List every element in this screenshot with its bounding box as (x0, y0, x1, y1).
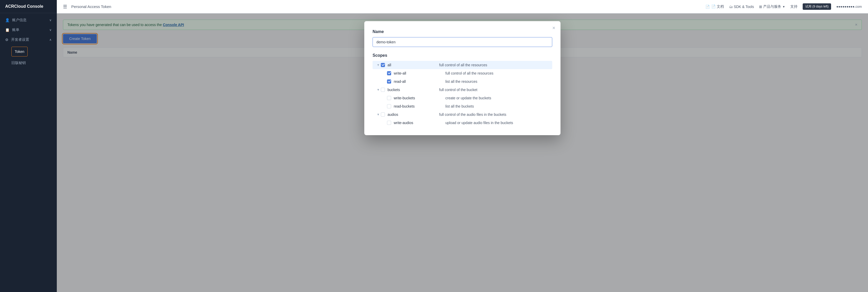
sidebar-logo: ACRCloud Console (0, 0, 57, 13)
sidebar-item-label: Token (15, 50, 24, 54)
account-icon: 👤 (5, 18, 9, 22)
chevron-up-icon: ∧ (49, 38, 52, 41)
scope-row-audios: ▼ audios full control of the audio files… (373, 110, 552, 119)
scope-name-write-all: write-all (394, 71, 445, 75)
scope-desc-read-buckets: list all the buckets (445, 104, 549, 108)
sidebar-item-label: 账单 (12, 28, 19, 32)
scope-row-write-audios: write-audios upload or update audio file… (373, 119, 552, 127)
docs-nav[interactable]: 📄 📄 文档 (705, 4, 724, 9)
scope-desc-audios: full control of the audio files in the b… (439, 112, 549, 117)
trial-badge: 试用 (9 days left) (803, 3, 831, 10)
sidebar-item-dev-settings[interactable]: ⚙ 开发者设置 ∧ (0, 35, 57, 45)
sidebar: ACRCloud Console 👤 账户信息 ∨ 📋 账单 ∨ ⚙ 开发者设置… (0, 0, 57, 292)
scope-name-all: all (388, 63, 439, 67)
scope-desc-write-all: full control of all the resources (445, 71, 549, 75)
support-nav[interactable]: 支持 (790, 4, 798, 9)
scope-name-write-buckets: write-buckets (394, 96, 445, 100)
collapse-buckets-icon[interactable]: ▼ (376, 88, 381, 92)
create-token-modal: × Name Scopes ▼ all full control of all … (364, 21, 560, 135)
modal-close-button[interactable]: × (552, 25, 555, 30)
collapse-audios-icon[interactable]: ▼ (376, 113, 381, 116)
scope-checkbox-read-buckets[interactable] (387, 104, 391, 108)
content-area: Tokens you have generated that can be us… (57, 13, 868, 292)
scope-name-buckets: buckets (388, 88, 439, 92)
main-content: ☰ Personal Access Token 📄 📄 文档 🗂 SDK & T… (57, 0, 868, 292)
chevron-down-icon: ▼ (782, 5, 785, 8)
settings-icon: ⚙ (5, 38, 8, 42)
scope-name-read-buckets: read-buckets (394, 104, 445, 108)
scope-name-audios: audios (388, 112, 439, 117)
scope-desc-write-buckets: create or update the buckets (445, 96, 549, 100)
collapse-all-icon[interactable]: ▼ (376, 63, 381, 67)
scope-checkbox-write-audios[interactable] (387, 121, 391, 125)
scope-name-write-audios: write-audios (394, 121, 445, 125)
sidebar-item-label: 账户信息 (12, 18, 27, 23)
scope-checkbox-write-buckets[interactable] (387, 96, 391, 100)
scope-row-buckets: ▼ buckets full control of the bucket (373, 86, 552, 94)
scope-row-all: ▼ all full control of all the resources (373, 61, 552, 69)
page-title: Personal Access Token (71, 4, 111, 9)
scope-row-write-buckets: write-buckets create or update the bucke… (373, 94, 552, 102)
scope-row-read-buckets: read-buckets list all the buckets (373, 102, 552, 110)
sidebar-item-token[interactable]: Token (0, 45, 57, 59)
scope-checkbox-audios[interactable] (381, 112, 385, 117)
token-nav-item[interactable]: Token (11, 47, 28, 57)
scope-desc-write-audios: upload or update audio files in the buck… (445, 121, 549, 125)
sidebar-item-legacy-key[interactable]: 旧版秘钥 (0, 59, 57, 67)
scope-desc-read-all: list all the resources (445, 79, 549, 84)
products-nav[interactable]: ⊞ 产品与服务 ▼ (759, 4, 785, 9)
scope-desc-buckets: full control of the bucket (439, 88, 549, 92)
billing-icon: 📋 (5, 28, 9, 32)
hamburger-icon[interactable]: ☰ (63, 4, 67, 9)
chevron-down-icon: ∨ (49, 28, 52, 32)
scope-checkbox-read-all[interactable] (387, 79, 391, 84)
scope-checkbox-write-all[interactable] (387, 71, 391, 75)
header: ☰ Personal Access Token 📄 📄 文档 🗂 SDK & T… (57, 0, 868, 13)
sidebar-item-account[interactable]: 👤 账户信息 ∨ (0, 15, 57, 25)
scope-name-read-all: read-all (394, 79, 445, 84)
chevron-down-icon: ∨ (49, 18, 52, 22)
token-name-input[interactable] (373, 37, 552, 47)
scopes-section-title: Scopes (373, 53, 552, 58)
sidebar-item-label: 旧版秘钥 (11, 61, 26, 65)
scope-checkbox-all[interactable] (381, 63, 385, 67)
name-section-title: Name (373, 29, 552, 34)
sdk-nav[interactable]: 🗂 SDK & Tools (729, 5, 754, 9)
sidebar-item-billing[interactable]: 📋 账单 ∨ (0, 25, 57, 35)
scope-row-write-all: write-all full control of all the resour… (373, 69, 552, 77)
sidebar-section: 👤 账户信息 ∨ 📋 账单 ∨ ⚙ 开发者设置 ∧ Token 旧 (0, 13, 57, 69)
user-email: ●●●●●●●●●.com (836, 5, 862, 8)
sidebar-item-label: 开发者设置 (11, 37, 29, 42)
scope-checkbox-buckets[interactable] (381, 88, 385, 92)
scope-desc-all: full control of all the resources (439, 63, 549, 67)
scope-row-read-all: read-all list all the resources (373, 77, 552, 86)
modal-overlay[interactable]: × Name Scopes ▼ all full control of all … (57, 13, 868, 292)
